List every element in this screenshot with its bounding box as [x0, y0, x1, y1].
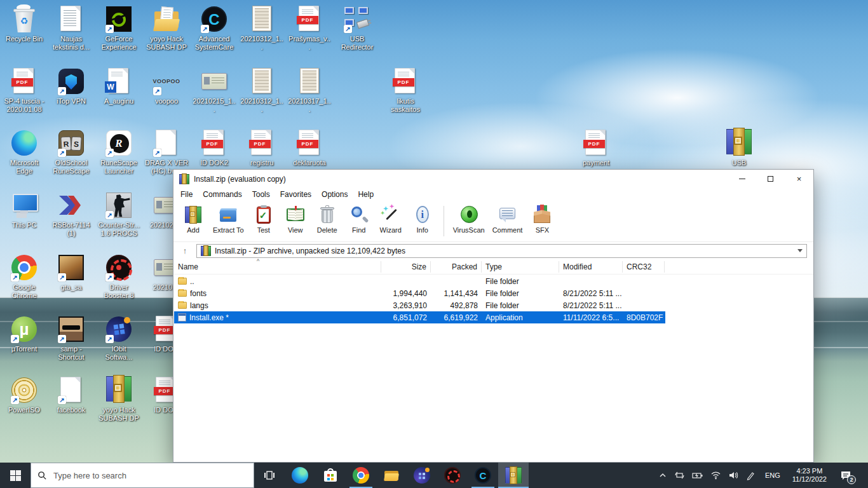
info-button[interactable]: iInfo [407, 203, 438, 240]
desktop-icon-driver-booster-8[interactable]: ↗Driver Booster 8 [97, 254, 140, 300]
desktop-icon-yoyo-hack-subash-dp[interactable]: yoyo Hack SUBASH DP [145, 5, 188, 51]
taskbar-app-chrome[interactable] [346, 463, 376, 488]
file-row-langs[interactable]: langs3,263,910492,878File folder8/21/202… [174, 299, 665, 311]
start-button[interactable] [0, 463, 31, 488]
desktop-icon-yoyo-hack-subash-dp[interactable]: yoyo Hack SUBASH DP [97, 376, 140, 423]
file-row-install-exe[interactable]: Install.exe *6,851,0726,619,922Applicati… [174, 311, 665, 323]
desktop-icon-usb[interactable]: USB [717, 129, 761, 167]
desktop-icon-label: likutis saskaitos [384, 97, 427, 114]
taskbar-search-box[interactable]: Type here to search [31, 463, 254, 488]
desktop-icon-gta-sa[interactable]: ↗gta_sa [50, 254, 93, 292]
menu-favorites[interactable]: Favorites [275, 188, 316, 201]
desktop-icon-deklaruota[interactable]: PDFdeklaruota [288, 129, 331, 167]
column-header-type[interactable]: Type [482, 261, 559, 273]
language-code: ENG [765, 471, 780, 479]
language-indicator[interactable]: ENG [761, 463, 784, 488]
file-row-fonts[interactable]: fonts1,994,4401,141,434File folder8/21/2… [174, 287, 665, 299]
desktop-icon-itop-vpn[interactable]: ↗iTop VPN [50, 67, 93, 105]
desktop-icon-facebook[interactable]: ↗facebook [50, 376, 93, 414]
desktop-icon-google-chrome[interactable]: ↗Google Chrome [3, 254, 46, 300]
add-button[interactable]: Add [177, 203, 209, 240]
desktop-icon-id-dok2[interactable]: PDFID DOK2 [193, 129, 236, 167]
desktop-icon-usb-redirector[interactable]: ↗USB Redirector [336, 5, 379, 51]
desktop-icon-label: Microsoft Edge [3, 159, 46, 175]
wizard-button[interactable]: ✦✦✦Wizard [375, 203, 407, 240]
desktop-icon-samp-shortcut[interactable]: ↗samp - Shortcut [50, 315, 93, 362]
desktop-icon-runescape-launcher[interactable]: ↗RuneScape Launcher [97, 129, 140, 175]
desktop-icon-registru[interactable]: PDFregistru [240, 129, 283, 167]
address-bar[interactable]: Install.zip - ZIP archive, unpacked size… [196, 244, 807, 258]
file-size: 3,263,910 [381, 301, 431, 310]
desktop-icon-recycle-bin[interactable]: Recycle Bin [3, 5, 46, 43]
desktop-icon-counter-str-1-6-procs[interactable]: ↗Counter-Str... 1.6 PROCS [97, 191, 140, 238]
column-header-crc32[interactable]: CRC32 [623, 261, 665, 273]
menu-file[interactable]: File [175, 188, 198, 201]
folder-with-documents-icon [153, 5, 180, 33]
menu-options[interactable]: Options [316, 188, 353, 201]
desktop-icon-torrent[interactable]: ↗µTorrent [3, 315, 46, 353]
comment-button[interactable]: Comment [489, 203, 527, 240]
desktop-icon-20210215-1[interactable]: 20210215_1... [193, 67, 236, 114]
desktop-icon-this-pc[interactable]: This PC [3, 191, 46, 229]
extract-to-button[interactable]: Extract To [209, 203, 248, 240]
taskbar-app-edge[interactable] [285, 463, 315, 488]
extract-folder-icon [218, 205, 238, 225]
sfx-button[interactable]: SFX [526, 203, 558, 240]
file-row-[interactable]: ..File folder [174, 275, 665, 287]
menu-tools[interactable]: Tools [247, 188, 275, 201]
delete-button[interactable]: Delete [311, 203, 343, 240]
desktop-icon-sp-4-tuscia-2020-01-08[interactable]: PDFSP-4 tuscia - 2020.01.08 [3, 67, 46, 114]
tray-remote-viewer[interactable] [673, 463, 686, 488]
desktop-icon-label: GeForce Experience [97, 35, 140, 51]
desktop-icon-20210312-1[interactable]: 20210312_1... [240, 5, 283, 51]
taskbar-app-iobit[interactable] [407, 463, 437, 488]
desktop-icon-20210312-1[interactable]: 20210312_1... [240, 67, 283, 114]
window-title: Install.zip (evaluation copy) [194, 175, 728, 184]
menu-commands[interactable]: Commands [198, 188, 247, 201]
dropdown-arrow-icon[interactable] [797, 249, 803, 252]
desktop-icon-microsoft-edge[interactable]: Microsoft Edge [3, 129, 46, 175]
column-header-packed[interactable]: Packed [431, 261, 482, 273]
desktop-icon-poweriso[interactable]: ↗PowerISO [3, 376, 46, 414]
close-button[interactable]: × [785, 170, 813, 188]
column-header-size[interactable]: Size [381, 261, 431, 273]
taskbar-clock[interactable]: 4:23 PM 11/12/2022 [789, 463, 831, 488]
minimize-button[interactable] [728, 170, 756, 188]
tray-pen[interactable] [745, 463, 757, 488]
desktop-icon-geforce-experience[interactable]: ↗GeForce Experience [97, 5, 140, 51]
task-view-button[interactable] [254, 463, 285, 488]
column-header-name[interactable]: Name [174, 261, 381, 273]
taskbar-app-driver-booster[interactable] [437, 463, 468, 488]
test-button[interactable]: ✓Test [248, 203, 280, 240]
desktop-icon-oldschool-runescape[interactable]: RS↗OldSchool RuneScape [50, 129, 93, 175]
desktop-icon-pra-ymas-v[interactable]: PDFPrašymas_v... [288, 5, 331, 51]
desktop-icon-a-auginu[interactable]: WA_auginu [97, 67, 140, 105]
desktop-icon-voopoo[interactable]: VOOPOO↗voopoo [145, 67, 188, 105]
taskbar-app-winrar[interactable] [498, 463, 529, 488]
tray-network[interactable] [709, 463, 722, 488]
taskbar-app-explorer[interactable] [376, 463, 407, 488]
column-header-modified[interactable]: Modified [559, 261, 623, 273]
desktop-icon-rsbot-7114-1[interactable]: RSBot-7114 (1) [50, 191, 93, 238]
tray-overflow-chevron[interactable] [657, 463, 668, 488]
maximize-button[interactable] [756, 170, 785, 188]
virusscan-button[interactable]: VirusScan [449, 203, 489, 240]
desktop-icon-20210317-1[interactable]: 20210317_1... [288, 67, 331, 114]
find-button[interactable]: Find [343, 203, 375, 240]
desktop-icon-advanced-systemcare[interactable]: ↗Advanced SystemCare [193, 5, 236, 51]
menu-help[interactable]: Help [353, 188, 379, 201]
winrar-archive-icon [725, 129, 753, 157]
view-button[interactable]: View [280, 203, 311, 240]
taskbar-app-store[interactable] [315, 463, 346, 488]
tray-battery[interactable] [691, 463, 705, 488]
up-one-level-button[interactable]: ↑ [177, 244, 193, 258]
tray-volume[interactable] [727, 463, 740, 488]
desktop-icon-iobit-softwa[interactable]: ↗IObit Softwa... [97, 315, 140, 362]
taskbar-app-asc[interactable] [468, 463, 498, 488]
action-center-button[interactable]: 2 [835, 463, 857, 488]
title-bar[interactable]: Install.zip (evaluation copy) × [173, 170, 813, 188]
desktop-icon-label: 20210317_1... [288, 97, 331, 114]
desktop-icon-likutis-saskaitos[interactable]: PDFlikutis saskaitos [384, 67, 427, 114]
desktop-icon-naujas-tekstinis-d[interactable]: Naujas tekstinis d... [50, 5, 93, 51]
desktop-icon-payment[interactable]: PDFpayment [574, 129, 618, 167]
